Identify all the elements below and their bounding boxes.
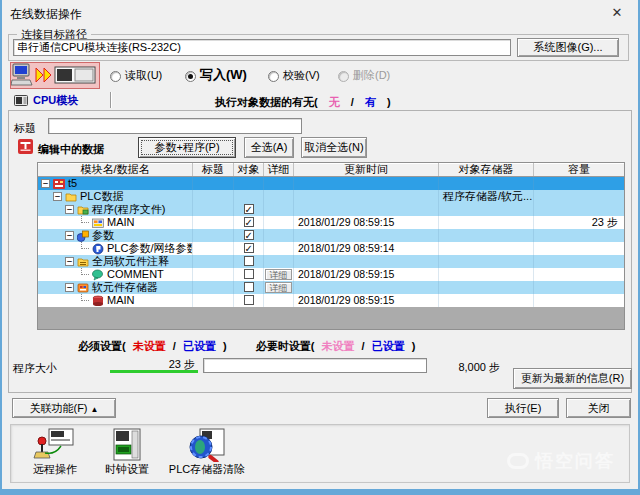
col-update-time[interactable]: 更新时间 (294, 163, 439, 176)
cpu-module-icon (14, 95, 28, 106)
comment-folder-icon (77, 256, 89, 268)
detail-button[interactable]: 详细 (265, 269, 292, 280)
table-row-global-comment-group[interactable]: − 全局软元件注释 (38, 255, 624, 268)
radio-verify-label: 校验(V) (283, 69, 320, 81)
program-size-label: 程序大小 (13, 361, 57, 376)
table-row-comment[interactable]: COMMENT 详细 2018/01/29 08:59:15 (38, 268, 624, 281)
param-program-button[interactable]: 参数+程序(P) (138, 137, 236, 158)
target-checkbox[interactable] (244, 282, 254, 292)
target-checkbox[interactable] (244, 256, 254, 266)
clock-settings-icon (110, 428, 144, 462)
radio-delete-label: 删除(D) (353, 69, 390, 81)
device-memory-icon (92, 295, 104, 307)
comment-icon (92, 269, 104, 281)
target-checkbox[interactable] (244, 269, 254, 279)
tree-connector (81, 216, 89, 223)
target-checkbox[interactable] (244, 295, 254, 305)
radio-read-label: 读取(U) (125, 69, 162, 81)
row-label: MAIN (107, 216, 135, 229)
deselect-all-button[interactable]: 取消全选(N) (301, 137, 367, 158)
table-row-plc-parameter[interactable]: PLC参数/网络参数 2018/01/29 08:59:14 (38, 242, 624, 255)
table-row-program-group[interactable]: − 程序(程序文件) (38, 203, 624, 216)
collapse-icon[interactable]: − (53, 192, 62, 201)
tool-plc-memory-clear[interactable]: PLC存储器清除 (159, 428, 255, 477)
table-row-project[interactable]: − t5 (38, 177, 624, 190)
collapse-icon[interactable]: − (41, 179, 50, 188)
table-row-plc-data[interactable]: − PLC数据 程序存储器/软元... (38, 190, 624, 203)
select-all-button[interactable]: 全选(A) (244, 137, 294, 158)
watermark-text: 悟空问答 (535, 449, 615, 473)
program-size-bar (110, 370, 198, 373)
connection-path-field[interactable] (13, 39, 511, 56)
system-image-button[interactable]: 系统图像(G)... (517, 38, 619, 57)
detail-button[interactable]: 详细 (265, 282, 292, 293)
tool-remote-operation[interactable]: 远程操作 (23, 428, 87, 477)
presence-separator: / (351, 96, 354, 108)
program-icon (92, 217, 104, 229)
refresh-info-button[interactable]: 更新为最新的信息(R) (513, 368, 632, 389)
required-not-set: 未设置 (133, 340, 166, 352)
presence-suffix: ) (387, 96, 391, 108)
presence-prefix: 执行对象数据的有无( (215, 96, 318, 108)
related-functions-label: 关联功能(F) (29, 402, 87, 414)
col-module-name[interactable]: 模块名/数据名 (38, 163, 193, 176)
update-time-value: 2018/01/29 08:59:14 (294, 242, 439, 255)
col-title[interactable]: 标题 (193, 163, 234, 176)
tool-plc-memory-clear-label: PLC存储器清除 (159, 462, 255, 477)
tab-cpu-module-label: CPU模块 (33, 93, 78, 108)
close-button[interactable]: 关闭 (566, 398, 631, 418)
row-label: 程序(程序文件) (92, 203, 165, 216)
radio-delete: 删除(D) (338, 68, 390, 83)
related-functions-button[interactable]: 关联功能(F) ▲ (12, 398, 116, 418)
col-target[interactable]: 对象 (234, 163, 264, 176)
tab-cpu-module[interactable]: CPU模块 (14, 93, 78, 108)
radio-read-circle[interactable] (110, 71, 121, 82)
optional-not-set: 未设置 (321, 340, 354, 352)
table-row-main-program[interactable]: MAIN 2018/01/29 08:59:15 23 步 (38, 216, 624, 229)
target-checkbox[interactable] (244, 243, 254, 253)
data-table: 模块名/数据名 标题 对象 详细 更新时间 对象存储器 容量 − t5 − PL… (37, 162, 625, 330)
collapse-icon[interactable]: − (65, 283, 74, 292)
target-checkbox[interactable] (244, 230, 254, 240)
col-capacity[interactable]: 容量 (534, 163, 624, 176)
table-row-parameter-group[interactable]: − 参数 (38, 229, 624, 242)
col-target-memory[interactable]: 对象存储器 (439, 163, 534, 176)
update-time-value: 2018/01/29 08:59:15 (294, 216, 439, 229)
title-field[interactable] (48, 118, 302, 134)
radio-write-circle[interactable] (185, 71, 196, 82)
table-row-device-memory-group[interactable]: − 软元件存储器 详细 (38, 281, 624, 294)
execute-button[interactable]: 执行(E) (487, 398, 559, 418)
collapse-icon[interactable]: − (65, 205, 74, 214)
tree-connector (81, 294, 89, 301)
target-memory-value: 程序存储器/软元... (439, 190, 534, 203)
table-row-main-device[interactable]: MAIN 2018/01/29 08:59:15 (38, 294, 624, 307)
watermark-logo-icon (507, 453, 529, 469)
tool-remote-operation-label: 远程操作 (23, 462, 87, 477)
project-icon (53, 178, 65, 190)
collapse-icon[interactable]: − (65, 257, 74, 266)
radio-read[interactable]: 读取(U) (110, 68, 162, 83)
focus-rect (141, 140, 233, 155)
tool-clock-settings[interactable]: 时钟设置 (95, 428, 159, 477)
col-detail[interactable]: 详细 (264, 163, 294, 176)
tree-connector (81, 268, 89, 275)
remote-operation-icon (33, 428, 77, 462)
radio-verify[interactable]: 校验(V) (268, 68, 320, 83)
required-set: 已设置 (183, 340, 216, 352)
radio-write[interactable]: 写入(W) (185, 66, 247, 84)
settings-legend: 必须设置( 未设置 / 已设置 ) 必要时设置( 未设置 / 已设置 ) (78, 339, 415, 354)
table-header-row: 模块名/数据名 标题 对象 详细 更新时间 对象存储器 容量 (38, 163, 624, 177)
target-checkbox[interactable] (244, 217, 254, 227)
up-arrow-icon: ▲ (91, 405, 99, 414)
capacity-progress-bar (203, 358, 427, 373)
collapse-icon[interactable]: − (65, 231, 74, 240)
optional-set: 已设置 (372, 340, 405, 352)
row-label: 软元件存储器 (92, 281, 158, 294)
row-label: PLC参数/网络参数 (107, 242, 193, 255)
update-time-value: 2018/01/29 08:59:15 (294, 268, 439, 281)
write-direction-image (10, 62, 100, 89)
target-checkbox[interactable] (244, 204, 254, 214)
close-icon[interactable]: ✕ (608, 5, 626, 20)
device-memory-folder-icon (77, 282, 89, 294)
radio-verify-circle[interactable] (268, 71, 279, 82)
